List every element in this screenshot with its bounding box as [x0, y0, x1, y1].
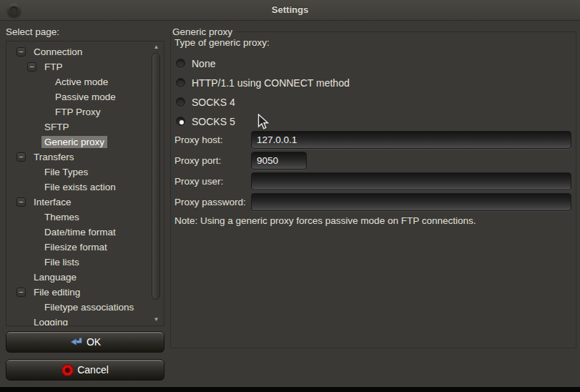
tree-item-label[interactable]: Logging [31, 316, 71, 326]
tree-item-label[interactable]: File lists [41, 256, 82, 268]
radio-icon[interactable] [176, 97, 185, 107]
proxy-type-label: Type of generic proxy: [175, 37, 270, 48]
tree-item[interactable]: Active mode [6, 74, 149, 89]
radio-icon[interactable] [176, 117, 185, 126]
stop-octagon-icon [62, 364, 74, 376]
proxy-password-input[interactable] [251, 193, 571, 211]
cancel-button-label: Cancel [77, 364, 109, 376]
settings-dialog: Settings Select page: − Connection − FTP… [0, 0, 580, 392]
radio-icon[interactable] [176, 59, 185, 68]
tree-item[interactable]: Passive mode [6, 89, 149, 104]
tree-rows: − Connection − FTP Active mode Passive m… [6, 44, 149, 326]
tree-item[interactable]: Date/time format [6, 225, 149, 240]
tree-item-label[interactable]: Passive mode [52, 91, 119, 103]
tree-item[interactable]: Language [6, 270, 149, 285]
proxy-type-radio-group: None HTTP/1.1 using CONNECT method SOCKS… [176, 54, 350, 131]
tree-scrollbar[interactable]: ▲ ▼ [149, 41, 163, 325]
note-text: Note: Using a generic proxy forces passi… [175, 215, 476, 226]
field-label: Proxy user: [175, 176, 251, 187]
field-label: Proxy password: [175, 197, 251, 207]
radio-icon[interactable] [176, 78, 185, 87]
field-label: Proxy host: [175, 134, 251, 145]
tree-item[interactable]: File lists [6, 255, 149, 270]
scrollbar-thumb[interactable] [152, 53, 160, 300]
tree-item[interactable]: SFTP [6, 119, 149, 134]
radio-label[interactable]: HTTP/1.1 using CONNECT method [192, 77, 350, 89]
proxy-port-input[interactable] [251, 152, 307, 170]
tree-item-label[interactable]: Date/time format [41, 226, 119, 238]
scroll-down-icon[interactable]: ▼ [149, 315, 163, 324]
form-row: Proxy host: [175, 129, 571, 150]
tree-item-label[interactable]: SFTP [41, 121, 72, 133]
tree-item-label[interactable]: File exists action [41, 181, 119, 193]
form-row: Proxy user: [175, 171, 571, 192]
form-row: Proxy port: [175, 150, 571, 171]
proxy-host-input[interactable] [251, 131, 571, 149]
radio-label[interactable]: SOCKS 5 [192, 116, 235, 127]
tree-item[interactable]: File Types [6, 165, 149, 180]
cancel-button[interactable]: Cancel [6, 359, 164, 381]
expander-icon[interactable]: − [16, 197, 26, 207]
expander-icon[interactable]: − [16, 288, 26, 297]
tree-item[interactable]: File exists action [6, 180, 149, 195]
tree-item[interactable]: − Connection [6, 44, 149, 59]
page-tree: − Connection − FTP Active mode Passive m… [6, 41, 164, 326]
radio-option[interactable]: HTTP/1.1 using CONNECT method [176, 73, 350, 92]
ok-button[interactable]: OK [6, 331, 164, 353]
expander-icon[interactable]: − [27, 62, 36, 72]
radio-option[interactable]: SOCKS 4 [176, 92, 350, 112]
proxy-user-input[interactable] [251, 172, 571, 190]
radio-option[interactable]: SOCKS 5 [176, 112, 350, 131]
field-label: Proxy port: [175, 155, 251, 166]
tree-item-label[interactable]: Themes [41, 211, 82, 223]
expander-icon[interactable]: − [16, 47, 26, 57]
generic-proxy-group: Generic proxy Type of generic proxy: Non… [170, 31, 576, 348]
tree-item[interactable]: Filesize format [6, 240, 149, 255]
form-row: Proxy password: [175, 192, 571, 212]
tree-item-label[interactable]: Filetype associations [41, 301, 137, 313]
radio-label[interactable]: SOCKS 4 [192, 97, 235, 108]
titlebar[interactable]: Settings [0, 0, 580, 21]
scroll-up-icon[interactable]: ▲ [149, 43, 163, 52]
window-title: Settings [0, 4, 580, 15]
return-arrow-icon [69, 337, 83, 347]
tree-item-label[interactable]: Filesize format [41, 241, 110, 253]
tree-item-label[interactable]: FTP Proxy [52, 106, 104, 118]
tree-item[interactable]: − FTP [6, 59, 149, 74]
tree-item[interactable]: − Interface [6, 195, 149, 210]
tree-item-label[interactable]: Language [31, 271, 79, 283]
radio-label[interactable]: None [192, 58, 215, 69]
group-title: Generic proxy [172, 26, 236, 37]
ok-button-label: OK [87, 336, 101, 348]
tree-item[interactable]: − File editing [6, 285, 149, 300]
tree-item-label[interactable]: File Types [41, 166, 91, 178]
tree-item-label[interactable]: Active mode [52, 76, 111, 88]
tree-item-label[interactable]: Transfers [31, 151, 77, 163]
tree-item-label[interactable]: Connection [31, 46, 85, 58]
tree-item-label[interactable]: FTP [41, 61, 66, 73]
select-page-label: Select page: [6, 26, 59, 37]
window-bottom-edge [0, 387, 580, 392]
tree-item[interactable]: Logging [6, 315, 149, 326]
tree-item-label[interactable]: Interface [31, 196, 74, 208]
tree-item[interactable]: FTP Proxy [6, 104, 149, 119]
tree-item[interactable]: Generic proxy [6, 134, 149, 150]
radio-option[interactable]: None [176, 54, 350, 73]
proxy-form: Proxy host: Proxy port: Proxy user: Prox… [175, 129, 571, 212]
tree-item[interactable]: − Transfers [6, 150, 149, 165]
tree-item-label[interactable]: Generic proxy [41, 136, 107, 148]
tree-item[interactable]: Filetype associations [6, 300, 149, 315]
expander-icon[interactable]: − [16, 152, 26, 162]
tree-item[interactable]: Themes [6, 210, 149, 225]
tree-item-label[interactable]: File editing [31, 286, 83, 298]
